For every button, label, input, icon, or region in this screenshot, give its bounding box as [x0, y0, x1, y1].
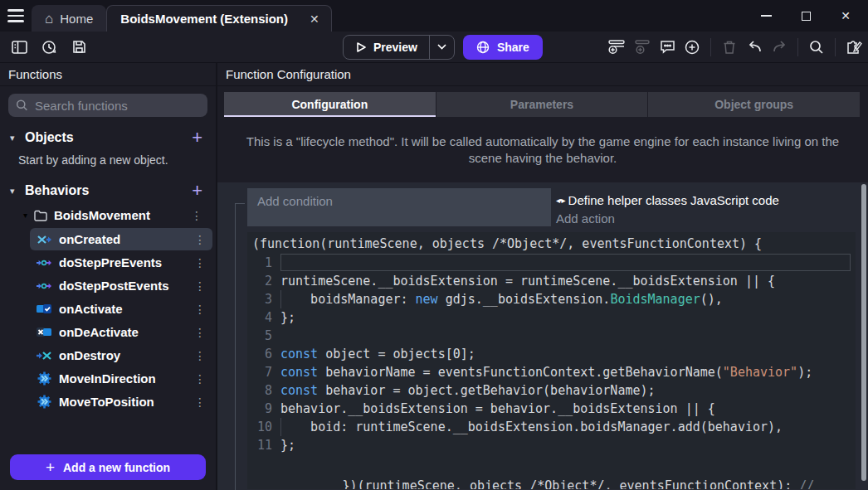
behavior-item-ondestroy[interactable]: onDestroy⋮ — [30, 344, 212, 366]
search-functions-box[interactable] — [8, 94, 207, 117]
kebab-menu-icon[interactable]: ⋮ — [186, 209, 207, 222]
code-line-5[interactable]: 5 — [251, 327, 856, 345]
line-number: 4 — [251, 308, 280, 327]
code-line-11[interactable]: 11}; — [251, 436, 856, 454]
behavior-item-label: MoveToPosition — [59, 395, 182, 409]
code-line-7[interactable]: 7const behaviorName = eventsFunctionCont… — [251, 363, 856, 381]
kebab-menu-icon[interactable]: ⋮ — [189, 233, 211, 246]
edit-extension-icon[interactable] — [843, 36, 865, 58]
code-line-6[interactable]: 6const object = objects[0]; — [251, 345, 856, 363]
js-code-editor[interactable]: (function(runtimeScene, objects /*Object… — [247, 232, 856, 489]
undo-icon[interactable] — [744, 36, 765, 58]
code-text: }; — [280, 436, 851, 454]
code-line-9[interactable]: 9behavior.__boidsExtension = behavior.__… — [251, 400, 856, 418]
add-behavior-button[interactable]: + — [188, 182, 206, 200]
behavior-item-dosteppostevents[interactable]: doStepPostEvents⋮ — [30, 274, 212, 297]
chevron-down-icon — [437, 44, 446, 50]
project-manager-icon[interactable] — [8, 36, 30, 58]
hamburger-menu-icon[interactable] — [0, 0, 32, 32]
js-event-icon: ◂•▸ — [556, 196, 565, 205]
play-icon — [355, 41, 367, 53]
line-number: 5 — [251, 327, 280, 345]
close-window-button[interactable]: ✕ — [836, 7, 855, 25]
events-scrollbar[interactable] — [861, 184, 866, 481]
main-header: Function Configuration — [217, 63, 868, 86]
collapse-arrow-icon[interactable]: ▾ — [23, 211, 27, 220]
add-condition-label: Add condition — [257, 194, 333, 208]
minimize-button[interactable] — [757, 7, 775, 25]
code-line-1[interactable]: 1 — [251, 254, 856, 272]
behavior-item-label: onActivate — [59, 302, 182, 316]
line-number: 7 — [251, 363, 280, 381]
behavior-group-boidsmovement[interactable]: ▾ BoidsMovement ⋮ — [0, 203, 216, 227]
kebab-menu-icon[interactable]: ⋮ — [189, 395, 211, 409]
tab-label: Configuration — [291, 98, 368, 111]
kebab-menu-icon[interactable]: ⋮ — [189, 256, 211, 269]
redo-icon[interactable] — [768, 36, 790, 58]
behavior-item-ondeactivate[interactable]: onDeActivate⋮ — [30, 321, 212, 343]
home-tab-label: Home — [60, 12, 93, 26]
kebab-menu-icon[interactable]: ⋮ — [189, 372, 211, 386]
code-text: const behavior = object.getBehavior(beha… — [280, 381, 851, 400]
behavior-item-label: onDestroy — [59, 348, 182, 362]
code-text: runtimeScene.__boidsExtension = runtimeS… — [280, 272, 851, 290]
objects-empty-hint: Start by adding a new object. — [0, 150, 216, 175]
add-comment-icon[interactable] — [656, 36, 678, 58]
search-functions-input[interactable] — [35, 99, 200, 113]
window-controls: ✕ — [757, 0, 861, 32]
plus-icon: + — [46, 458, 55, 477]
code-line-4[interactable]: 4}; — [251, 308, 856, 327]
history-icon[interactable] — [38, 36, 60, 58]
tab-label: Parameters — [510, 98, 573, 111]
tab-object-groups[interactable]: Object groups — [648, 92, 860, 117]
behavior-item-oncreated[interactable]: onCreated⋮ — [30, 228, 212, 250]
delete-icon[interactable] — [719, 36, 740, 58]
kebab-menu-icon[interactable]: ⋮ — [189, 303, 211, 316]
kebab-menu-icon[interactable]: ⋮ — [189, 326, 211, 339]
preview-button[interactable]: Preview — [344, 36, 429, 59]
save-icon[interactable] — [68, 36, 90, 58]
share-button[interactable]: Share — [463, 35, 543, 60]
code-text: const behaviorName = eventsFunctionConte… — [280, 363, 851, 381]
add-event-icon[interactable] — [607, 36, 628, 58]
tab-boidsmovement-extension[interactable]: BoidsMovement (Extension) ✕ — [106, 5, 331, 32]
kebab-menu-icon[interactable]: ⋮ — [189, 279, 211, 293]
behavior-item-moveindirection[interactable]: MoveInDirection⋮ — [30, 367, 212, 390]
behavior-item-movetoposition[interactable]: MoveToPosition⋮ — [30, 391, 212, 413]
add-object-button[interactable]: + — [188, 129, 206, 147]
code-text: boidsManager: new gdjs.__boidsExtension.… — [280, 290, 851, 308]
close-tab-icon[interactable]: ✕ — [306, 11, 323, 27]
behavior-item-onactivate[interactable]: onActivate⋮ — [30, 298, 212, 320]
add-sub-event-icon[interactable] — [631, 36, 653, 58]
preview-button-group: Preview — [343, 35, 455, 60]
maximize-button[interactable] — [797, 7, 815, 25]
add-circle-icon[interactable] — [681, 36, 703, 58]
cursor-line — [280, 254, 851, 271]
collapse-arrow-icon[interactable]: ▾ — [10, 186, 18, 196]
collapse-arrow-icon[interactable]: ▾ — [10, 133, 18, 143]
tab-parameters[interactable]: Parameters — [436, 92, 649, 117]
code-line-3[interactable]: 3 boidsManager: new gdjs.__boidsExtensio… — [251, 290, 856, 308]
behavior-item-dosteppreevents[interactable]: doStepPreEvents⋮ — [30, 251, 212, 274]
line-number: 11 — [251, 436, 280, 454]
destroy-icon — [37, 349, 51, 362]
code-line-8[interactable]: 8const behavior = object.getBehavior(beh… — [251, 381, 856, 400]
add-condition-area[interactable]: Add condition — [247, 188, 551, 226]
js-event-title[interactable]: ◂•▸ Define helper classes JavaScript cod… — [556, 192, 855, 210]
objects-section-header[interactable]: ▾ Objects + — [0, 122, 216, 150]
preview-dropdown-button[interactable] — [429, 36, 454, 59]
behaviors-section-header[interactable]: ▾ Behaviors + — [0, 175, 216, 203]
tab-configuration[interactable]: Configuration — [224, 92, 436, 117]
add-new-function-button[interactable]: + Add a new function — [10, 454, 206, 480]
code-line-10[interactable]: 10 boid: runtimeScene.__boidsExtension.b… — [251, 418, 856, 436]
kebab-menu-icon[interactable]: ⋮ — [189, 349, 211, 362]
add-action-area[interactable]: Add action — [556, 210, 855, 228]
line-number: 3 — [251, 290, 280, 308]
add-action-label: Add action — [556, 211, 615, 226]
tab-home[interactable]: ⌂ Home — [32, 5, 106, 32]
gear-icon — [37, 372, 51, 386]
search-icon[interactable] — [806, 36, 827, 58]
code-wrapper-header: (function(runtimeScene, objects /*Object… — [251, 234, 856, 254]
code-line-2[interactable]: 2runtimeScene.__boidsExtension = runtime… — [251, 272, 856, 290]
folder-icon — [34, 210, 47, 221]
